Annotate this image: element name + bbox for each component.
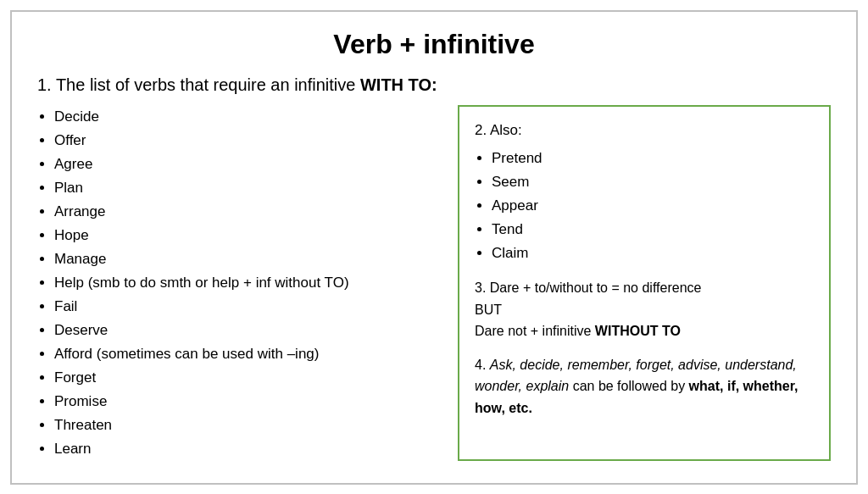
list-item: Manage bbox=[54, 247, 441, 271]
list-item: Promise bbox=[54, 390, 441, 414]
slide-container: Verb + infinitive 1. The list of verbs t… bbox=[10, 10, 858, 485]
left-column: DecideOfferAgreePlanArrangeHopeManageHel… bbox=[37, 105, 458, 462]
list-item: Tend bbox=[492, 218, 814, 241]
list-item: Hope bbox=[54, 224, 441, 247]
list-item: Forget bbox=[54, 366, 441, 390]
list-item: Deserve bbox=[54, 319, 441, 342]
section1-heading-bold: WITH TO: bbox=[360, 75, 437, 94]
right-box: 2. Also: PretendSeemAppearTendClaim 3. D… bbox=[458, 105, 831, 462]
also-title: 2. Also: bbox=[475, 119, 814, 142]
list-item: Offer bbox=[54, 129, 441, 153]
list-item: Agree bbox=[54, 153, 441, 176]
list-item: Fail bbox=[54, 295, 441, 319]
content-area: DecideOfferAgreePlanArrangeHopeManageHel… bbox=[37, 105, 831, 462]
list-item: Help (smb to do smth or help + inf witho… bbox=[54, 271, 441, 295]
dare-but: BUT bbox=[475, 303, 502, 317]
section1-heading: 1. The list of verbs that require an inf… bbox=[37, 75, 831, 95]
list-item: Pretend bbox=[492, 147, 814, 170]
list-item: Appear bbox=[492, 194, 814, 218]
verb-list: DecideOfferAgreePlanArrangeHopeManageHel… bbox=[37, 105, 441, 462]
list-item: Learn bbox=[54, 437, 441, 461]
list-item: Claim bbox=[492, 241, 814, 265]
also-list: PretendSeemAppearTendClaim bbox=[475, 147, 814, 265]
italic-paragraph: 4. Ask, decide, remember, forget, advise… bbox=[475, 354, 814, 419]
dare-paragraph: 3. Dare + to/without to = no difference … bbox=[475, 277, 814, 342]
section1-heading-text: The list of verbs that require an infini… bbox=[56, 75, 360, 94]
dare-bold: WITHOUT TO bbox=[595, 324, 681, 338]
list-item: Seem bbox=[492, 170, 814, 194]
list-item: Decide bbox=[54, 105, 441, 129]
dare-line1: 3. Dare + to/without to = no difference bbox=[475, 280, 701, 295]
list-item: Arrange bbox=[54, 200, 441, 224]
slide-title: Verb + infinitive bbox=[37, 29, 831, 60]
italic-suffix: can be followed by bbox=[569, 379, 688, 393]
dare-line3: Dare not + infinitive bbox=[475, 324, 595, 338]
list-item: Plan bbox=[54, 176, 441, 200]
section1-number: 1. bbox=[37, 75, 52, 94]
list-item: Threaten bbox=[54, 414, 441, 437]
italic-number: 4. bbox=[475, 358, 490, 372]
list-item: Afford (sometimes can be used with –ing) bbox=[54, 342, 441, 366]
